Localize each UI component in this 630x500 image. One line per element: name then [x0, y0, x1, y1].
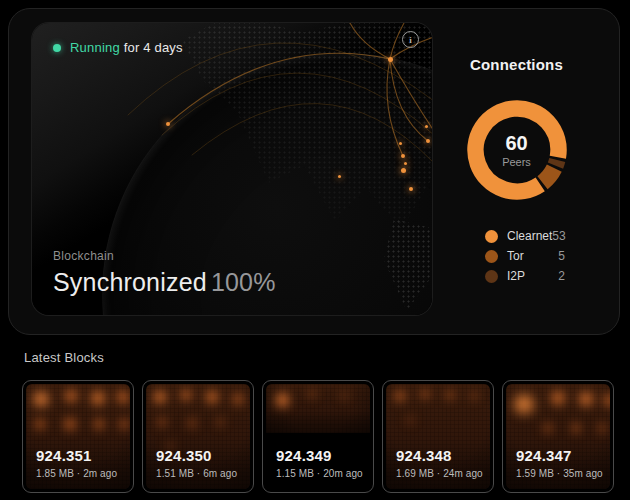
status-uptime-label: for 4 days	[120, 40, 183, 55]
latest-blocks-row: 924.351 1.85 MB · 2m ago 924.350 1.51 MB…	[22, 380, 614, 493]
blockchain-sync-card: Running for 4 days i Blockchain Synchron…	[31, 22, 433, 316]
legend-value: 5	[558, 249, 565, 263]
block-meta: 1.51 MB · 6m ago	[156, 468, 237, 479]
donut-center: 60 Peers	[467, 100, 567, 200]
connections-legend: Clearnet 53 Tor 5 I2P 2	[485, 226, 565, 286]
block-meta: 1.85 MB · 2m ago	[36, 468, 117, 479]
peer-dot	[409, 187, 413, 191]
info-icon[interactable]: i	[402, 31, 419, 48]
legend-label: I2P	[507, 269, 558, 283]
connections-panel: Connections 60 Peers Clearnet 53 Tor 5 I…	[439, 9, 619, 334]
peer-dot	[401, 154, 405, 158]
latest-blocks-title: Latest Blocks	[24, 350, 104, 365]
peer-dot	[338, 175, 341, 178]
block-height: 924.348	[396, 447, 483, 464]
block-meta: 1.59 MB · 35m ago	[516, 468, 603, 479]
block-preview: 924.350 1.51 MB · 6m ago	[146, 384, 250, 489]
block-fill-texture	[266, 384, 370, 433]
block-meta: 1.15 MB · 20m ago	[276, 468, 363, 479]
sync-percent: 100%	[211, 268, 276, 296]
sync-status: Blockchain Synchronized100%	[53, 249, 276, 297]
block-preview: 924.349 1.15 MB · 20m ago	[266, 384, 370, 489]
legend-row-tor: Tor 5	[485, 246, 565, 266]
status-dot-icon	[53, 44, 61, 52]
peer-count: 60	[505, 133, 527, 154]
peer-dot	[425, 125, 428, 128]
node-overview-card: Running for 4 days i Blockchain Synchron…	[8, 8, 620, 335]
peer-count-label: Peers	[502, 156, 531, 168]
block-card[interactable]: 924.351 1.85 MB · 2m ago	[22, 380, 134, 493]
status-text: Running for 4 days	[70, 40, 183, 55]
legend-label: Tor	[507, 249, 558, 263]
legend-row-i2p: I2P 2	[485, 266, 565, 286]
block-preview: 924.351 1.85 MB · 2m ago	[26, 384, 130, 489]
i2p-dot-icon	[485, 270, 498, 283]
tor-dot-icon	[485, 250, 498, 263]
block-height: 924.351	[36, 447, 117, 464]
sync-text: Synchronized	[53, 268, 207, 296]
peer-dot	[399, 142, 402, 145]
legend-value: 2	[558, 269, 565, 283]
legend-label: Clearnet	[507, 229, 552, 243]
node-status: Running for 4 days	[53, 40, 183, 55]
block-card[interactable]: 924.350 1.51 MB · 6m ago	[142, 380, 254, 493]
peer-dot	[404, 162, 407, 165]
block-preview: 924.348 1.69 MB · 24m ago	[386, 384, 490, 489]
legend-row-clearnet: Clearnet 53	[485, 226, 565, 246]
block-card[interactable]: 924.349 1.15 MB · 20m ago	[262, 380, 374, 493]
connections-donut-chart: 60 Peers	[467, 100, 567, 200]
block-height: 924.350	[156, 447, 237, 464]
peer-dot	[388, 57, 393, 62]
connections-title: Connections	[439, 56, 594, 73]
block-height: 924.347	[516, 447, 603, 464]
block-height: 924.349	[276, 447, 363, 464]
block-card[interactable]: 924.348 1.69 MB · 24m ago	[382, 380, 494, 493]
sync-label: Blockchain	[53, 249, 276, 263]
clearnet-dot-icon	[485, 230, 498, 243]
sync-value: Synchronized100%	[53, 268, 276, 297]
block-card[interactable]: 924.347 1.59 MB · 35m ago	[502, 380, 614, 493]
peer-dot	[426, 139, 430, 143]
legend-value: 53	[552, 229, 565, 243]
block-preview: 924.347 1.59 MB · 35m ago	[506, 384, 610, 489]
peer-dot	[401, 168, 406, 173]
peer-dot	[166, 122, 170, 126]
block-meta: 1.69 MB · 24m ago	[396, 468, 483, 479]
status-running-label: Running	[70, 40, 120, 55]
